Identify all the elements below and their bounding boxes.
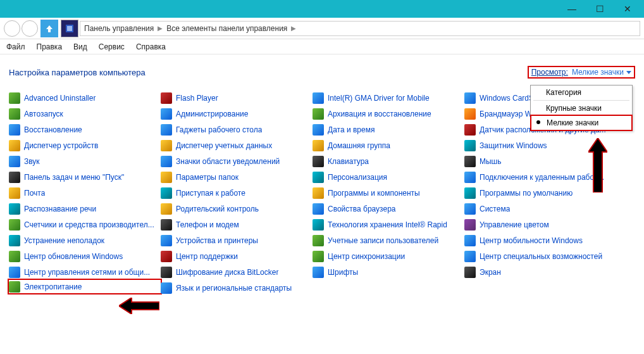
control-panel-item[interactable]: Intel(R) GMA Driver for Mobile [313,90,464,106]
control-panel-item[interactable]: Архивация и восстановление [313,106,464,122]
bullet-icon [536,120,540,124]
control-panel-item[interactable]: Телефон и модем [161,217,313,232]
control-panel-item[interactable]: Программы и компоненты [313,185,464,201]
item-icon [313,92,324,104]
control-panel-item[interactable]: Advanced Uninstaller [9,90,161,106]
control-panel-item[interactable]: Устранение неполадок [9,232,161,248]
item-icon [313,124,324,136]
control-panel-item[interactable]: Автозапуск [9,106,161,122]
item-label: Защитник Windows [480,141,547,150]
item-label: Учетные записи пользователей [328,236,438,245]
control-panel-item[interactable]: Управление цветом [464,217,616,232]
control-panel-icon[interactable] [61,20,78,37]
control-panel-item[interactable]: Flash Player [161,90,313,106]
menu-file[interactable]: Файл [6,42,25,51]
dropdown-item-label: Мелкие значки [547,118,598,127]
dropdown-item-large-icons[interactable]: Крупные значки [531,101,632,115]
control-panel-item[interactable]: Шрифты [313,264,464,280]
item-label: Экран [480,268,501,277]
annotation-arrow-left [119,298,159,314]
item-icon [313,108,324,120]
item-label: Домашняя группа [328,141,390,150]
item-icon [464,251,476,262]
menu-edit[interactable]: Правка [37,42,63,51]
control-panel-item[interactable]: Домашняя группа [313,137,464,153]
maximize-button[interactable]: ☐ [586,0,614,18]
control-panel-item[interactable]: Технология хранения Intel® Rapid [313,217,464,232]
control-panel-item[interactable]: Язык и региональные стандарты [161,280,313,296]
control-panel-item[interactable]: Свойства браузера [313,201,464,217]
control-panel-item[interactable]: Центр управления сетями и общи... [9,264,161,280]
control-panel-item[interactable]: Диспетчер устройств [9,137,161,153]
item-label: Подключения к удаленным рабоч... [480,173,604,182]
control-panel-item[interactable]: Звук [9,153,161,169]
control-panel-item[interactable]: Счетчики и средства производител... [9,217,161,232]
item-label: Центр обновления Windows [24,252,123,261]
minimize-button[interactable]: — [558,0,586,18]
control-panel-item[interactable]: Значки области уведомлений [161,153,313,169]
control-panel-item[interactable]: Почта [9,185,161,201]
control-panel-item[interactable]: Параметры папок [161,169,313,185]
control-panel-item[interactable]: Приступая к работе [161,185,313,201]
menu-view[interactable]: Вид [73,42,87,51]
control-panel-item[interactable]: Дата и время [313,122,464,137]
item-icon [464,156,476,167]
breadcrumb-segment[interactable]: Панель управления [84,24,154,33]
control-panel-item[interactable]: Центр обновления Windows [9,248,161,264]
control-panel-item[interactable]: Экран [464,264,616,280]
nav-back-button[interactable] [4,20,20,37]
item-icon [9,92,20,104]
titlebar: — ☐ ✕ [0,0,644,18]
control-panel-item[interactable]: Учетные записи пользователей [313,232,464,248]
view-dropdown: Категория Крупные значки Мелкие значки [530,85,633,131]
menu-service[interactable]: Сервис [99,42,125,51]
item-icon [161,203,172,215]
close-button[interactable]: ✕ [614,0,641,18]
item-label: Дата и время [328,125,375,134]
control-panel-item[interactable]: Устройства и принтеры [161,232,313,248]
dropdown-item-small-icons[interactable]: Мелкие значки [530,115,633,131]
breadcrumb-segment[interactable]: Все элементы панели управления [166,24,287,33]
control-panel-item[interactable]: Администрирование [161,106,313,122]
control-panel-item[interactable]: Восстановление [9,122,161,137]
control-panel-item[interactable]: Гаджеты рабочего стола [161,122,313,137]
control-panel-item[interactable]: Электропитание [8,279,162,294]
item-label: Диспетчер устройств [24,141,98,150]
item-icon [464,235,476,246]
item-icon [313,156,324,167]
item-icon [313,267,324,278]
item-icon [313,219,324,231]
control-panel-item[interactable]: Распознавание речи [9,201,161,217]
item-icon [161,282,172,294]
control-panel-item[interactable]: Панель задач и меню "Пуск" [9,169,161,185]
item-icon [161,172,172,183]
view-label: Просмотр: [531,68,568,77]
chevron-right-icon: ▶ [158,25,163,32]
control-panel-item[interactable]: Центр поддержки [161,248,313,264]
control-panel-item[interactable]: Центр синхронизации [313,248,464,264]
nav-forward-button[interactable] [22,20,38,37]
item-icon [161,140,172,151]
breadcrumb[interactable]: Панель управления ▶ Все элементы панели … [80,21,640,36]
item-icon [464,187,476,199]
item-label: Центр поддержки [176,252,238,261]
menu-help[interactable]: Справка [136,42,166,51]
control-panel-item[interactable]: Центр мобильности Windows [464,232,616,248]
dropdown-item-category[interactable]: Категория [531,85,632,99]
control-panel-item[interactable]: Шифрование диска BitLocker [161,264,313,280]
control-panel-item[interactable]: Клавиатура [313,153,464,169]
item-icon [161,92,172,104]
item-label: Гаджеты рабочего стола [176,125,262,134]
nav-up-button[interactable] [40,20,58,37]
control-panel-item[interactable]: Диспетчер учетных данных [161,137,313,153]
item-label: Мышь [480,157,502,166]
item-label: Шрифты [328,268,358,277]
control-panel-item[interactable]: Персонализация [313,169,464,185]
items-column: Flash PlayerАдминистрированиеГаджеты раб… [161,90,313,296]
control-panel-item[interactable]: Центр специальных возможностей [464,248,616,264]
control-panel-item[interactable]: Система [464,201,616,217]
item-label: Advanced Uninstaller [24,94,96,103]
item-icon [161,108,172,120]
view-mode-selector[interactable]: Просмотр: Мелкие значки [528,66,635,79]
control-panel-item[interactable]: Родительский контроль [161,201,313,217]
